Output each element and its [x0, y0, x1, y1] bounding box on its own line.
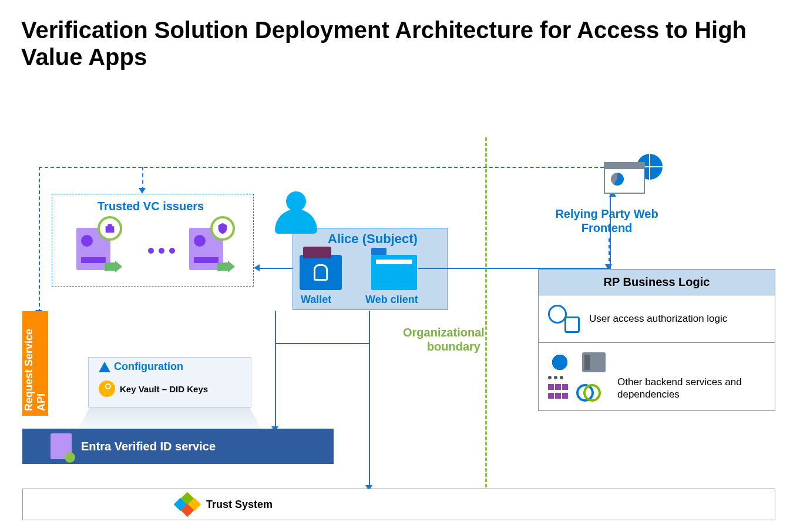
keyvault-row: Key Vault – DID Keys: [99, 381, 208, 397]
server-icon: [582, 352, 606, 372]
link-rings-icon: [576, 384, 600, 400]
issuer-badge-icon: [210, 216, 235, 241]
organizational-boundary-label: Organizational boundary: [403, 325, 480, 353]
trusted-issuers-title: Trusted VC issuers: [98, 200, 204, 213]
alice-title: Alice (Subject): [328, 231, 418, 247]
containers-icon: [548, 384, 568, 400]
connector-solid: [275, 343, 370, 344]
wallet-label: Wallet: [301, 294, 331, 306]
request-service-api: Request Service API: [22, 311, 48, 416]
diagram-title: Verification Solution Deployment Archite…: [21, 16, 800, 70]
issue-arrow-icon: [217, 261, 235, 272]
trust-label: Trust System: [206, 499, 273, 511]
connector-solid: [275, 311, 276, 429]
rp-backend-section: Other backend services and dependencies: [539, 342, 775, 410]
service-globe-icon: [548, 352, 572, 372]
arrow-left-icon: [254, 264, 260, 271]
rp-backend-text: Other backend services and dependencies: [617, 376, 765, 401]
connector-dashed: [39, 167, 610, 168]
entra-badge-icon: [51, 433, 72, 459]
key-icon: [99, 381, 115, 397]
azure-icon: [99, 362, 110, 372]
connector-dashed: [142, 167, 143, 190]
rp-logic-title: RP Business Logic: [539, 270, 775, 295]
keyvault-label: Key Vault – DID Keys: [120, 384, 208, 394]
connector-solid: [258, 268, 294, 269]
ellipsis-icon: [148, 248, 175, 254]
entra-bar: Entra Verified ID service: [22, 429, 334, 464]
rp-frontend-label: Relying Party Web Frontend: [539, 207, 674, 235]
connector-dashed: [39, 167, 40, 312]
rp-auth-text: User access authorization logic: [589, 312, 727, 325]
connector-solid: [369, 311, 370, 487]
web-client-label: Web client: [365, 294, 418, 306]
rp-business-logic-box: RP Business Logic User access authorizat…: [538, 269, 775, 411]
key-lock-icon: [548, 305, 580, 333]
config-shadow: [79, 408, 261, 429]
issue-arrow-icon: [105, 261, 122, 272]
ellipsis-icon: [548, 376, 608, 379]
organizational-boundary-line: [485, 137, 487, 487]
arrow-down-icon: [139, 188, 146, 194]
wallet-icon: [300, 255, 342, 290]
backend-services-icons: [548, 352, 608, 372]
rp-auth-section: User access authorization logic: [539, 295, 775, 342]
person-icon: [275, 191, 317, 234]
entra-label: Entra Verified ID service: [81, 440, 216, 453]
trust-cube-icon: [176, 494, 199, 515]
browser-window-icon: [604, 162, 645, 194]
pie-chart-icon: [611, 173, 624, 186]
trust-system-box: Trust System: [22, 489, 775, 520]
configuration-title: Configuration: [114, 361, 183, 373]
issuer-badge-icon: [98, 216, 122, 241]
